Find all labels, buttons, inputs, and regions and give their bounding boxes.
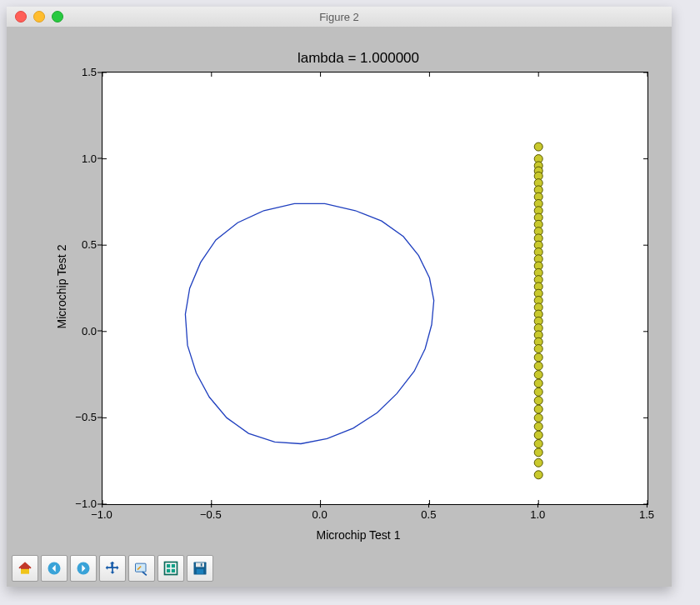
figure-canvas: lambda = 1.000000 Microchip Test 2 Micro… <box>7 27 672 587</box>
data-point <box>534 471 542 479</box>
data-point <box>534 413 542 422</box>
zoom-rect-icon <box>133 560 150 577</box>
data-point <box>534 345 542 353</box>
svg-rect-30 <box>172 564 175 568</box>
window-controls <box>15 11 63 22</box>
pan-button[interactable] <box>99 555 126 582</box>
save-icon <box>192 560 208 577</box>
move-icon <box>104 560 121 577</box>
x-tick: 1.5 <box>639 508 654 521</box>
plot-svg <box>102 72 648 504</box>
svg-rect-35 <box>197 569 203 574</box>
decision-boundary-line <box>185 203 433 443</box>
data-point <box>534 405 542 413</box>
subplots-button[interactable] <box>158 555 184 582</box>
home-button[interactable] <box>12 555 38 582</box>
data-point <box>534 431 542 439</box>
back-button[interactable] <box>41 555 68 582</box>
x-tick: 1.0 <box>530 508 545 521</box>
data-point <box>534 142 542 151</box>
forward-icon <box>75 560 92 577</box>
data-point <box>534 388 542 396</box>
subplots-icon <box>162 560 179 577</box>
data-point <box>534 439 542 448</box>
close-icon[interactable] <box>15 11 27 22</box>
x-tick: 0.0 <box>312 508 328 521</box>
y-tick: −0.5 <box>75 411 97 423</box>
x-axis-label: Microchip Test 1 <box>68 528 648 542</box>
svg-rect-24 <box>21 569 29 574</box>
save-button[interactable] <box>187 555 213 582</box>
figure-window: Figure 2 lambda = 1.000000 Microchip Tes… <box>7 7 672 587</box>
plot-box <box>102 72 648 505</box>
axes: lambda = 1.000000 Microchip Test 2 Micro… <box>68 50 648 523</box>
svg-rect-28 <box>165 562 178 575</box>
data-point <box>534 448 542 457</box>
data-point <box>534 371 542 379</box>
data-point <box>534 353 542 362</box>
window-title: Figure 2 <box>7 11 672 23</box>
x-tick: 0.5 <box>421 508 436 521</box>
data-point <box>534 458 542 467</box>
home-icon <box>17 560 33 577</box>
y-tick: 0.5 <box>82 238 97 251</box>
titlebar: Figure 2 <box>7 7 672 28</box>
x-tick: −0.5 <box>200 508 222 521</box>
svg-rect-34 <box>196 562 204 567</box>
y-axis-label: Microchip Test 2 <box>55 245 68 329</box>
matplotlib-toolbar <box>12 555 213 582</box>
svg-rect-31 <box>167 569 170 572</box>
data-point <box>534 379 542 388</box>
data-point <box>534 422 542 431</box>
y-tick: 1.0 <box>82 152 97 164</box>
data-point <box>534 362 542 370</box>
y-tick: 0.0 <box>82 324 97 337</box>
y-tick: 1.5 <box>82 66 97 78</box>
svg-rect-27 <box>136 563 147 572</box>
svg-rect-29 <box>167 564 170 568</box>
zoom-rect-button[interactable] <box>128 555 155 582</box>
forward-button[interactable] <box>70 555 97 582</box>
x-tick: −1.0 <box>91 508 112 521</box>
svg-rect-32 <box>172 569 175 572</box>
data-point <box>534 397 542 405</box>
plot-title: lambda = 1.000000 <box>68 50 648 67</box>
zoom-icon[interactable] <box>52 11 63 22</box>
svg-rect-36 <box>201 563 202 566</box>
back-icon <box>46 560 62 577</box>
minimize-icon[interactable] <box>33 11 45 22</box>
